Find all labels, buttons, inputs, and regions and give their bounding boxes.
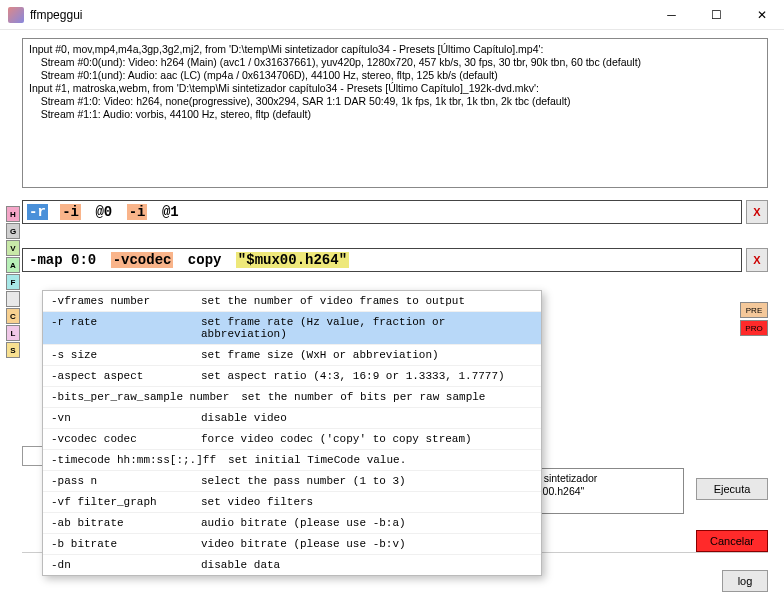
token-copy: copy — [186, 252, 224, 268]
maximize-button[interactable]: ☐ — [694, 0, 739, 30]
execute-button[interactable]: Ejecuta — [696, 478, 768, 500]
token-at0: @0 — [93, 204, 114, 220]
suggestion-option: -timecode hh:mm:ss[:;.]ff — [51, 454, 216, 466]
suggestion-description: disable video — [201, 412, 533, 424]
minimize-button[interactable]: ─ — [649, 0, 694, 30]
suggestion-item[interactable]: -timecode hh:mm:ss[:;.]ffset initial Tim… — [43, 449, 541, 470]
sidebar-btn-V[interactable]: V — [6, 240, 20, 256]
command-line-1[interactable]: -r -i @0 -i @1 — [22, 200, 742, 224]
suggestion-description: set initial TimeCode value. — [228, 454, 533, 466]
suggestion-option: -aspect aspect — [51, 370, 201, 382]
remove-line-2-button[interactable]: X — [746, 248, 768, 272]
app-icon — [8, 7, 24, 23]
suggestion-description: force video codec ('copy' to copy stream… — [201, 433, 533, 445]
suggestion-option: -vframes number — [51, 295, 201, 307]
suggestion-description: set frame rate (Hz value, fraction or ab… — [201, 316, 533, 340]
suggestion-item[interactable]: -dndisable data — [43, 554, 541, 575]
suggestion-description: set the number of bits per raw sample — [241, 391, 533, 403]
suggestion-item[interactable]: -pass nselect the pass number (1 to 3) — [43, 470, 541, 491]
token-vcodec: -vcodec — [111, 252, 174, 268]
suggestion-item[interactable]: -r rateset frame rate (Hz value, fractio… — [43, 311, 541, 344]
suggestion-description: set frame size (WxH or abbreviation) — [201, 349, 533, 361]
media-info-box[interactable]: Input #0, mov,mp4,m4a,3gp,3g2,mj2, from … — [22, 38, 768, 188]
pro-button[interactable]: PRO — [740, 320, 768, 336]
window-title: ffmpeggui — [30, 8, 649, 22]
sidebar-btn-C[interactable]: C — [6, 308, 20, 324]
sidebar-btn-H[interactable]: H — [6, 206, 20, 222]
sidebar-btn-L[interactable]: L — [6, 325, 20, 341]
suggestion-option: -pass n — [51, 475, 201, 487]
cancel-button[interactable]: Cancelar — [696, 530, 768, 552]
suggestion-item[interactable]: -s sizeset frame size (WxH or abbreviati… — [43, 344, 541, 365]
suggestion-description: set aspect ratio (4:3, 16:9 or 1.3333, 1… — [201, 370, 533, 382]
sidebar-btn-S[interactable]: S — [6, 342, 20, 358]
suggestion-option: -vn — [51, 412, 201, 424]
suggestion-item[interactable]: -vf filter_graphset video filters — [43, 491, 541, 512]
suggestion-item[interactable]: -b bitratevideo bitrate (please use -b:v… — [43, 533, 541, 554]
category-sidebar: HGVAFCLS — [6, 206, 20, 358]
suggestion-description: audio bitrate (please use -b:a) — [201, 517, 533, 529]
command-line-2[interactable]: -map 0:0 -vcodec copy "$mux00.h264" — [22, 248, 742, 272]
token-r: -r — [27, 204, 48, 220]
titlebar: ffmpeggui ─ ☐ ✕ — [0, 0, 784, 30]
sidebar-btn-G[interactable]: G — [6, 223, 20, 239]
suggestion-item[interactable]: -vframes numberset the number of video f… — [43, 291, 541, 311]
suggestion-option: -dn — [51, 559, 201, 571]
suggestion-description: select the pass number (1 to 3) — [201, 475, 533, 487]
token-output: "$mux00.h264" — [236, 252, 349, 268]
token-at1: @1 — [160, 204, 181, 220]
sidebar-btn-A[interactable]: A — [6, 257, 20, 273]
suggestion-option: -b bitrate — [51, 538, 201, 550]
suggestion-option: -vcodec codec — [51, 433, 201, 445]
token-i2: -i — [127, 204, 148, 220]
suggestion-description: video bitrate (please use -b:v) — [201, 538, 533, 550]
suggestion-option: -vf filter_graph — [51, 496, 201, 508]
suggestion-item[interactable]: -aspect aspectset aspect ratio (4:3, 16:… — [43, 365, 541, 386]
suggestion-option: -ab bitrate — [51, 517, 201, 529]
suggestion-option: -s size — [51, 349, 201, 361]
sidebar-btn-blank[interactable] — [6, 291, 20, 307]
pre-pro-buttons: PRE PRO — [740, 302, 768, 336]
token-i1: -i — [60, 204, 81, 220]
suggestion-option: -bits_per_raw_sample number — [51, 391, 229, 403]
suggestion-description: disable data — [201, 559, 533, 571]
token-map: -map 0:0 — [27, 252, 98, 268]
sidebar-btn-F[interactable]: F — [6, 274, 20, 290]
pre-button[interactable]: PRE — [740, 302, 768, 318]
suggestion-item[interactable]: -vcodec codecforce video codec ('copy' t… — [43, 428, 541, 449]
suggestion-option: -r rate — [51, 316, 201, 340]
log-button[interactable]: log — [722, 570, 768, 592]
close-button[interactable]: ✕ — [739, 0, 784, 30]
suggestion-item[interactable]: -vndisable video — [43, 407, 541, 428]
suggestion-item[interactable]: -ab bitrateaudio bitrate (please use -b:… — [43, 512, 541, 533]
autocomplete-popup[interactable]: -vframes numberset the number of video f… — [42, 290, 542, 576]
suggestion-item[interactable]: -bits_per_raw_sample numberset the numbe… — [43, 386, 541, 407]
suggestion-description: set the number of video frames to output — [201, 295, 533, 307]
suggestion-description: set video filters — [201, 496, 533, 508]
remove-line-1-button[interactable]: X — [746, 200, 768, 224]
